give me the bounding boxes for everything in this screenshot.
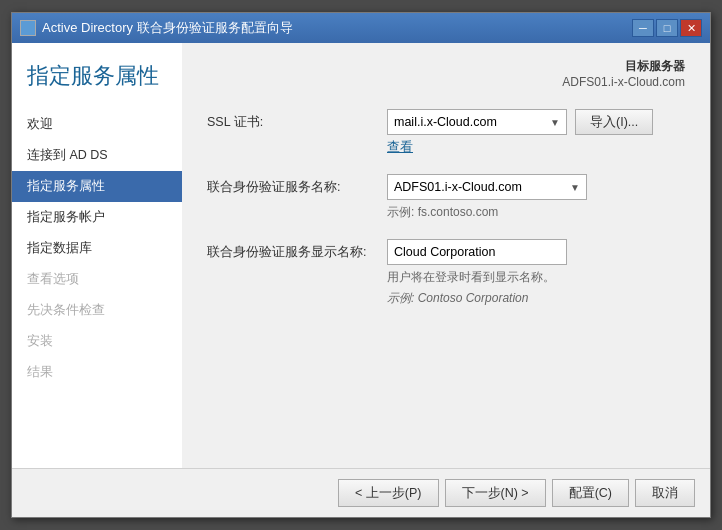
sidebar-item-welcome[interactable]: 欢迎 [12, 109, 182, 140]
titlebar-controls: ─ □ ✕ [632, 19, 702, 37]
main-window: Active Directory 联合身份验证服务配置向导 ─ □ ✕ 指定服务… [11, 12, 711, 518]
sidebar-item-service-account[interactable]: 指定服务帐户 [12, 202, 182, 233]
sidebar-item-install: 安装 [12, 326, 182, 357]
sidebar: 指定服务属性 欢迎 连接到 AD DS 指定服务属性 指定服务帐户 指定数据库 … [12, 43, 182, 468]
display-name-row: 联合身份验证服务显示名称: 用户将在登录时看到显示名称。 示例: Contoso… [207, 239, 685, 307]
service-name-row: 联合身份验证服务名称: ADFS01.i-x-Cloud.com ▼ 示例: f… [207, 174, 685, 221]
ssl-cert-view-link[interactable]: 查看 [387, 139, 413, 156]
minimize-button[interactable]: ─ [632, 19, 654, 37]
service-name-value: ADFS01.i-x-Cloud.com [394, 180, 522, 194]
display-name-hint2: 示例: Contoso Corporation [387, 290, 685, 307]
titlebar-left: Active Directory 联合身份验证服务配置向导 [20, 19, 293, 37]
ssl-cert-dropdown-arrow: ▼ [550, 117, 560, 128]
sidebar-item-results: 结果 [12, 357, 182, 388]
service-name-label: 联合身份验证服务名称: [207, 174, 387, 196]
cancel-button[interactable]: 取消 [635, 479, 695, 507]
sidebar-item-review: 查看选项 [12, 264, 182, 295]
service-name-controls: ADFS01.i-x-Cloud.com ▼ 示例: fs.contoso.co… [387, 174, 685, 221]
ssl-cert-import-button[interactable]: 导入(I)... [575, 109, 653, 135]
next-button[interactable]: 下一步(N) > [445, 479, 546, 507]
target-server-info: 目标服务器 ADFS01.i-x-Cloud.com [207, 58, 685, 89]
close-button[interactable]: ✕ [680, 19, 702, 37]
config-button[interactable]: 配置(C) [552, 479, 629, 507]
content-area: 指定服务属性 欢迎 连接到 AD DS 指定服务属性 指定服务帐户 指定数据库 … [12, 43, 710, 468]
sidebar-item-service-props[interactable]: 指定服务属性 [12, 171, 182, 202]
ssl-cert-inline: mail.i.x-Cloud.com ▼ 导入(I)... [387, 109, 685, 135]
prev-button[interactable]: < 上一步(P) [338, 479, 438, 507]
page-title: 指定服务属性 [12, 53, 182, 109]
form-area: SSL 证书: mail.i.x-Cloud.com ▼ 导入(I)... 查看 [207, 109, 685, 453]
sidebar-item-connect-adds[interactable]: 连接到 AD DS [12, 140, 182, 171]
ssl-cert-value: mail.i.x-Cloud.com [394, 115, 497, 129]
target-server-value: ADFS01.i-x-Cloud.com [207, 75, 685, 89]
window-title: Active Directory 联合身份验证服务配置向导 [42, 19, 293, 37]
main-content: 目标服务器 ADFS01.i-x-Cloud.com SSL 证书: mail.… [182, 43, 710, 468]
target-server-label: 目标服务器 [207, 58, 685, 75]
service-name-dropdown[interactable]: ADFS01.i-x-Cloud.com ▼ [387, 174, 587, 200]
service-name-dropdown-arrow: ▼ [570, 182, 580, 193]
display-name-hint1: 用户将在登录时看到显示名称。 [387, 269, 685, 286]
sidebar-item-prereq: 先决条件检查 [12, 295, 182, 326]
display-name-input[interactable] [387, 239, 567, 265]
sidebar-item-database[interactable]: 指定数据库 [12, 233, 182, 264]
ssl-cert-dropdown[interactable]: mail.i.x-Cloud.com ▼ [387, 109, 567, 135]
service-name-hint: 示例: fs.contoso.com [387, 204, 685, 221]
display-name-label: 联合身份验证服务显示名称: [207, 239, 387, 261]
ssl-cert-row: SSL 证书: mail.i.x-Cloud.com ▼ 导入(I)... 查看 [207, 109, 685, 156]
maximize-button[interactable]: □ [656, 19, 678, 37]
ssl-cert-controls: mail.i.x-Cloud.com ▼ 导入(I)... 查看 [387, 109, 685, 156]
app-icon [20, 20, 36, 36]
display-name-controls: 用户将在登录时看到显示名称。 示例: Contoso Corporation [387, 239, 685, 307]
footer: < 上一步(P) 下一步(N) > 配置(C) 取消 [12, 468, 710, 517]
titlebar: Active Directory 联合身份验证服务配置向导 ─ □ ✕ [12, 13, 710, 43]
ssl-cert-label: SSL 证书: [207, 109, 387, 131]
